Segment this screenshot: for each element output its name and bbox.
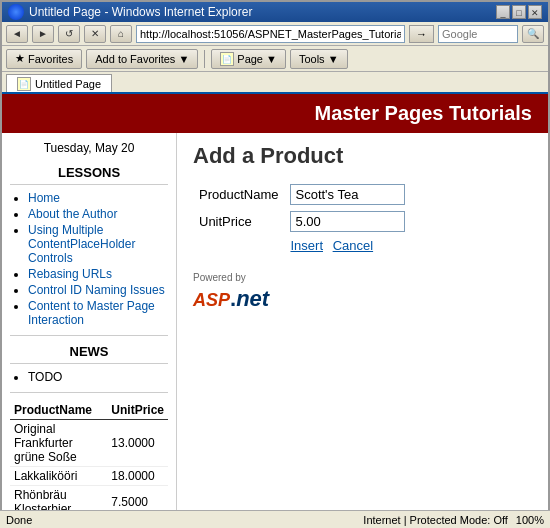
refresh-button[interactable]: ↺ <box>58 25 80 43</box>
table-body: Original Frankfurter grüne Soße 13.0000 … <box>10 420 168 513</box>
news-item: TODO <box>28 370 62 384</box>
product-name-input[interactable] <box>290 184 405 205</box>
site-title: Master Pages Tutorials <box>315 102 532 124</box>
list-item: Rebasing URLs <box>28 267 168 281</box>
close-button[interactable]: ✕ <box>528 5 542 19</box>
address-input[interactable] <box>136 25 405 43</box>
sidebar-date: Tuesday, May 20 <box>10 141 168 155</box>
unit-price-input[interactable] <box>290 211 405 232</box>
page-title: Add a Product <box>193 143 532 169</box>
lessons-title: LESSONS <box>10 165 168 185</box>
list-item: Home <box>28 191 168 205</box>
unit-price-label: UnitPrice <box>193 208 284 235</box>
favorites-button[interactable]: ★ Favorites <box>6 49 82 69</box>
nav-link-interaction[interactable]: Content to Master Page Interaction <box>28 299 155 327</box>
product-name-label: ProductName <box>193 181 284 208</box>
zoom-text: 100% <box>516 514 544 526</box>
content-area: Tuesday, May 20 LESSONS Home About the A… <box>2 133 548 512</box>
header-banner: Master Pages Tutorials <box>2 94 548 133</box>
search-button[interactable]: 🔍 <box>522 25 544 43</box>
aspnet-logo: Powered by ASP.net <box>193 272 532 311</box>
product-name-cell: Rhönbräu Klosterbier <box>10 486 107 513</box>
window-controls[interactable]: _ □ ✕ <box>496 5 542 19</box>
unit-price-cell: 7.5000 <box>107 486 168 513</box>
status-text: Done <box>6 514 32 526</box>
browser-tab[interactable]: 📄 Untitled Page <box>6 74 112 92</box>
sidebar-divider <box>10 335 168 336</box>
status-right: Internet | Protected Mode: Off 100% <box>363 514 544 526</box>
product-name-cell: Original Frankfurter grüne Soße <box>10 420 107 467</box>
browser-content: Master Pages Tutorials Tuesday, May 20 L… <box>2 94 548 512</box>
cancel-link[interactable]: Cancel <box>333 238 373 253</box>
table-row: Original Frankfurter grüne Soße 13.0000 <box>10 420 168 467</box>
browser-icon <box>8 4 24 20</box>
tab-icon: 📄 <box>17 77 31 91</box>
add-product-form: ProductName UnitPrice <box>193 181 411 256</box>
sidebar-nav: Home About the Author Using Multiple Con… <box>10 191 168 327</box>
sidebar-divider-2 <box>10 392 168 393</box>
list-item: About the Author <box>28 207 168 221</box>
stop-button[interactable]: ✕ <box>84 25 106 43</box>
tab-bar: 📄 Untitled Page <box>2 72 548 94</box>
address-bar: ◄ ► ↺ ✕ ⌂ → 🔍 <box>2 22 548 46</box>
nav-link-home[interactable]: Home <box>28 191 60 205</box>
back-button[interactable]: ◄ <box>6 25 28 43</box>
toolbar: ★ Favorites Add to Favorites ▼ 📄 Page ▼ … <box>2 46 548 72</box>
search-input[interactable] <box>438 25 518 43</box>
insert-link[interactable]: Insert <box>290 238 323 253</box>
table-row: Rhönbräu Klosterbier 7.5000 <box>10 486 168 513</box>
list-item: Control ID Naming Issues <box>28 283 168 297</box>
unit-price-cell: 18.0000 <box>107 467 168 486</box>
nav-list: Home About the Author Using Multiple Con… <box>10 191 168 327</box>
products-table: ProductName UnitPrice Original Frankfurt… <box>10 401 168 512</box>
nav-link-about[interactable]: About the Author <box>28 207 117 221</box>
add-favorites-button[interactable]: Add to Favorites ▼ <box>86 49 198 69</box>
title-bar: Untitled Page - Windows Internet Explore… <box>2 2 548 22</box>
nav-link-rebasing[interactable]: Rebasing URLs <box>28 267 112 281</box>
list-item: Using Multiple ContentPlaceHolder Contro… <box>28 223 168 265</box>
zone-text: Internet | Protected Mode: Off <box>363 514 508 526</box>
asp-text: ASP <box>193 290 230 310</box>
product-name-cell: Lakkalikööri <box>10 467 107 486</box>
page-icon: 📄 <box>220 52 234 66</box>
list-item: TODO <box>28 370 168 384</box>
col-product-name: ProductName <box>10 401 107 420</box>
go-button[interactable]: → <box>409 25 434 43</box>
news-list: TODO <box>10 370 168 384</box>
table-row: Lakkalikööri 18.0000 <box>10 467 168 486</box>
main-content: Add a Product ProductName UnitPrice <box>177 133 548 512</box>
list-item: Content to Master Page Interaction <box>28 299 168 327</box>
table-header-row: ProductName UnitPrice <box>10 401 168 420</box>
home-button[interactable]: ⌂ <box>110 25 132 43</box>
net-text: net <box>236 286 269 311</box>
window-title: Untitled Page - Windows Internet Explore… <box>29 5 252 19</box>
page-button[interactable]: 📄 Page ▼ <box>211 49 286 69</box>
tools-button[interactable]: Tools ▼ <box>290 49 348 69</box>
maximize-button[interactable]: □ <box>512 5 526 19</box>
forward-button[interactable]: ► <box>32 25 54 43</box>
col-unit-price: UnitPrice <box>107 401 168 420</box>
form-row-product-name: ProductName <box>193 181 411 208</box>
form-row-unit-price: UnitPrice <box>193 208 411 235</box>
status-bar: Done Internet | Protected Mode: Off 100% <box>0 510 550 528</box>
form-row-actions: Insert Cancel <box>193 235 411 256</box>
powered-by-text: Powered by <box>193 272 532 283</box>
page-wrapper: Master Pages Tutorials Tuesday, May 20 L… <box>2 94 548 512</box>
minimize-button[interactable]: _ <box>496 5 510 19</box>
news-section: NEWS TODO <box>10 344 168 384</box>
news-title: NEWS <box>10 344 168 364</box>
tab-label: Untitled Page <box>35 78 101 90</box>
nav-link-multiple[interactable]: Using Multiple ContentPlaceHolder Contro… <box>28 223 135 265</box>
sidebar: Tuesday, May 20 LESSONS Home About the A… <box>2 133 177 512</box>
nav-link-control-id[interactable]: Control ID Naming Issues <box>28 283 165 297</box>
unit-price-cell: 13.0000 <box>107 420 168 467</box>
toolbar-separator <box>204 50 205 68</box>
aspnet-text: ASP.net <box>193 283 532 311</box>
